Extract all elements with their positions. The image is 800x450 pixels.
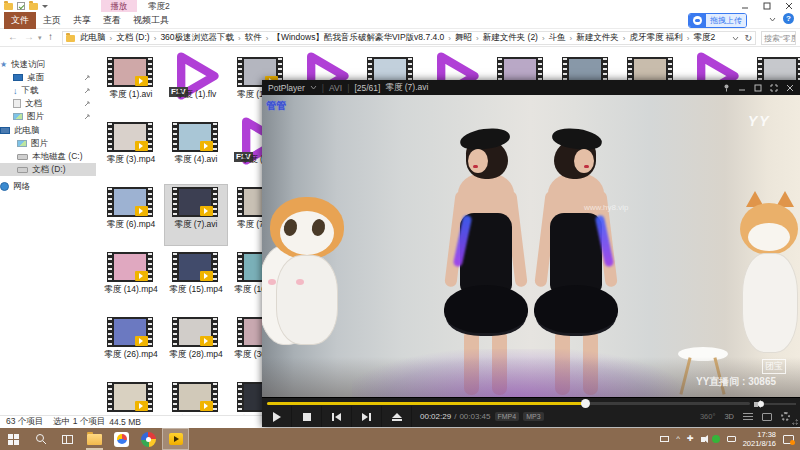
sidebar-item-disk-c[interactable]: 本地磁盘 (C:) [0,150,96,163]
up-icon[interactable]: ↑ [48,31,53,42]
breadcrumb-kuwo-vip[interactable]: 【Windows】酷我音乐破解豪华VIP版v8.7.4.0 [271,32,445,44]
start-button[interactable] [0,428,27,450]
file-name: 零度 (1).avi [100,89,162,101]
raccoon-plush-head [270,197,344,259]
video-area[interactable]: 管管 www.hy8.vip YY 团宝 YY直播间 : 30865 [262,95,800,397]
player-maximize-icon[interactable] [754,84,762,92]
next-button[interactable] [352,406,382,427]
file-item[interactable]: FLV 零度 (1).flv [165,55,227,115]
sidebar-item-quick-access[interactable]: ★快速访问 [0,58,96,71]
tab-video-tools[interactable]: 视频工具 [126,12,176,29]
back-icon[interactable]: ← [8,31,18,42]
tray-folder-icon[interactable] [727,436,736,442]
vr-360-button[interactable]: 360° [700,412,716,421]
contextual-tab-group-label[interactable]: 播放 [101,0,137,12]
playlist-search-icon[interactable] [743,413,753,421]
tab-home[interactable]: 主页 [36,12,68,29]
sidebar-item-downloads[interactable]: ↓下载 [0,84,96,97]
previous-button[interactable] [322,406,352,427]
stop-button[interactable] [292,406,322,427]
tray-volume-icon[interactable] [701,437,705,442]
forward-icon[interactable]: → [24,31,34,42]
tab-view[interactable]: 查看 [96,12,128,29]
sidebar-item-network[interactable]: 网络 [0,180,96,193]
pin-on-top-icon[interactable] [723,84,730,92]
player-fullscreen-icon[interactable] [770,84,778,92]
tray-ime-icon[interactable]: ✚ [687,435,694,443]
video-thumbnail-icon [107,122,153,152]
breadcrumb-this-pc[interactable]: 此电脑 [79,32,107,44]
task-view-icon[interactable] [54,428,81,450]
sidebar-item-pictures[interactable]: 图片 [0,110,96,123]
player-titlebar[interactable]: PotPlayer | AVI | [25/61] 零度 (7).avi [262,80,800,95]
item-count: 63 个项目 [6,416,43,428]
breadcrumb-lingdu2[interactable]: 零度2 [693,32,717,44]
video-frame-icon[interactable] [762,413,772,421]
sidebar-item-desktop[interactable]: 桌面 [0,71,96,84]
seek-bar[interactable] [267,402,750,405]
sidebar-item-docs-d[interactable]: 文档 (D:) [0,163,96,176]
file-item[interactable]: 零度 (26).mp4 [100,315,162,375]
tray-expand-icon[interactable]: ^ [676,435,680,443]
folder-icon[interactable] [4,3,13,10]
taskbar-browser[interactable] [135,428,162,450]
breadcrumb-huya-lingdu[interactable]: 虎牙零度 福利 [628,32,683,44]
search-input[interactable]: 搜索“零度... [761,31,796,45]
breadcrumb-360-download[interactable]: 360极速浏览器下载 [159,32,235,44]
address-dropdown-icon[interactable] [732,36,739,41]
tray-green-app-icon[interactable] [712,435,720,443]
maximize-button[interactable] [756,0,778,12]
file-item[interactable]: 零度 (6).mp4 [100,185,162,245]
tray-app-icon[interactable] [660,436,669,442]
taskbar-clock[interactable]: 17:38 2021/8/16 [743,430,776,449]
new-folder-icon[interactable] [29,3,38,10]
tab-share[interactable]: 共享 [66,12,98,29]
player-minimize-icon[interactable] [738,84,746,92]
breadcrumb-wuzhao[interactable]: 舞昭 [454,32,473,44]
breadcrumb-docs-d[interactable]: 文档 (D:) [115,32,151,44]
sidebar-item-this-pc[interactable]: 此电脑 [0,124,96,137]
drag-upload-badge[interactable]: 拖拽上传 [688,13,747,28]
player-menu-caret-icon[interactable] [310,85,317,90]
tab-file[interactable]: 文件 [4,12,36,29]
help-icon[interactable]: ? [783,13,794,24]
breadcrumb-software[interactable]: 软件 [244,32,263,44]
file-item[interactable]: 零度 (3).mp4 [100,120,162,180]
file-item-selected[interactable]: 零度 (7).avi [165,185,227,245]
notification-center-icon[interactable] [783,435,794,444]
file-item[interactable]: 零度 (28).mp4 [165,315,227,375]
breadcrumb-douyu[interactable]: 斗鱼 [548,32,567,44]
taskbar-file-explorer[interactable] [81,428,108,450]
address-bar[interactable]: 此电脑› 文档 (D:)› 360极速浏览器下载› 软件› 【Windows】酷… [62,31,756,45]
file-item[interactable]: 零度 (15).mp4 [165,250,227,310]
breadcrumb-new-folder-2[interactable]: 新建文件夹 (2) [482,32,539,44]
taskbar-search-icon[interactable] [27,428,54,450]
sidebar-label: 下载 [22,85,39,97]
qat-customize-icon[interactable] [42,5,48,8]
sidebar-item-pc-pictures[interactable]: 图片 [0,137,96,150]
minimize-button[interactable] [734,0,756,12]
breadcrumb-new-folder[interactable]: 新建文件夹 [575,32,620,44]
file-item[interactable]: 零度 (4).avi [165,120,227,180]
refresh-icon[interactable]: ↻ [744,33,752,43]
file-item[interactable]: 零度 (14).mp4 [100,250,162,310]
close-button[interactable] [778,0,800,12]
file-item[interactable]: 零度 (1).avi [100,55,162,115]
window-title: 零度2 [148,0,170,12]
video-thumbnail-icon [107,57,153,87]
resize-grip[interactable] [791,418,799,426]
three-d-button[interactable]: 3D [724,412,734,421]
properties-icon[interactable] [17,2,25,10]
file-name: 零度 (6).mp4 [100,219,162,231]
ribbon-collapse-icon[interactable] [769,17,776,22]
navigation-pane: ★快速访问 桌面 ↓下载 文档 图片 此电脑 图片 本地磁盘 (C:) 文档 (… [0,47,96,415]
taskbar-baidu-netdisk[interactable] [108,428,135,450]
player-badge-icon [135,141,148,151]
player-close-icon[interactable] [786,84,794,92]
sidebar-item-documents[interactable]: 文档 [0,97,96,110]
recent-locations-icon[interactable]: ▾ [38,34,42,42]
taskbar-player-active[interactable] [162,428,189,450]
play-button[interactable] [262,406,292,427]
settings-gear-icon[interactable] [781,412,790,421]
open-file-button[interactable] [382,406,412,427]
